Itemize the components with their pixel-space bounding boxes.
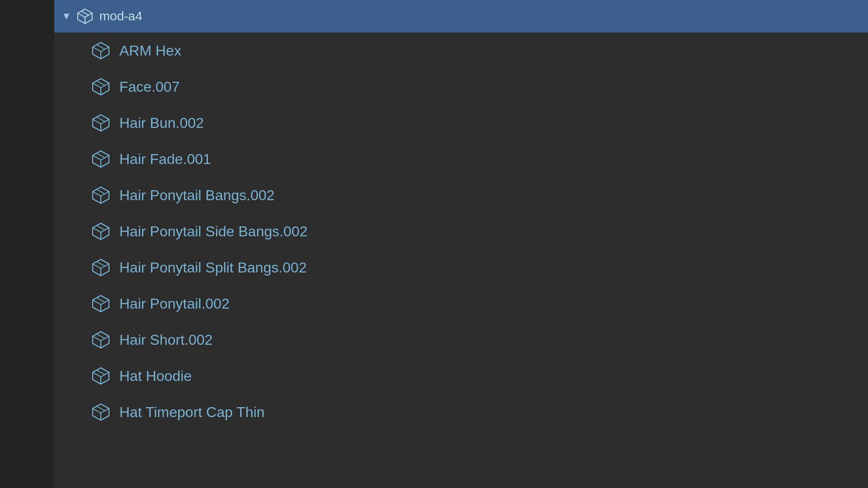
svg-line-9 [97,45,105,49]
svg-line-1 [78,13,85,17]
item-label-hair-ponytail-split-bangs-002: Hair Ponytail Split Bangs.002 [119,259,307,276]
list-item[interactable]: Hair Fade.001 [54,141,868,177]
svg-line-41 [93,300,101,305]
item-label-hair-fade-001: Hair Fade.001 [119,151,211,168]
svg-line-34 [97,225,105,230]
selected-item-row[interactable]: ▼ mod-a4 [54,0,868,33]
mesh-icon [90,40,111,61]
mesh-icon [90,113,111,133]
svg-line-21 [93,155,101,160]
list-item[interactable]: Hair Ponytail Split Bangs.002 [54,249,868,286]
mesh-icon [90,329,111,350]
left-sidebar [0,0,54,488]
svg-line-19 [97,117,105,122]
svg-line-26 [93,192,101,196]
svg-line-31 [93,228,101,232]
svg-line-6 [93,47,101,52]
svg-line-14 [97,81,105,85]
list-item[interactable]: Hair Ponytail Side Bangs.002 [54,213,868,249]
item-label-hair-ponytail-side-bangs-002: Hair Ponytail Side Bangs.002 [119,223,307,240]
item-label-hair-short-002: Hair Short.002 [119,332,212,348]
expand-arrow[interactable]: ▼ [61,10,71,22]
mesh-icon [90,76,111,97]
item-label-arm-hex: ARM Hex [119,42,181,59]
list-item[interactable]: Hair Ponytail Bangs.002 [54,177,868,213]
mesh-icon [90,221,111,242]
mesh-icon [90,149,111,169]
svg-line-39 [97,262,105,266]
mesh-icon [90,257,111,278]
svg-line-51 [93,372,101,377]
item-label-hat-hoodie: Hat Hoodie [119,368,192,385]
list-item[interactable]: Hair Bun.002 [54,105,868,141]
list-item[interactable]: ARM Hex [54,33,868,69]
mesh-icon [90,366,111,386]
svg-line-11 [93,83,101,88]
svg-line-44 [97,298,105,302]
svg-line-59 [97,406,105,411]
svg-line-49 [97,334,105,338]
svg-line-54 [97,370,105,375]
svg-line-16 [93,119,101,124]
svg-line-46 [93,336,101,341]
list-item[interactable]: Face.007 [54,69,868,105]
item-label-hair-ponytail-002: Hair Ponytail.002 [119,296,230,312]
mod-a4-title: mod-a4 [99,9,142,23]
svg-line-4 [81,11,89,15]
mesh-icon [90,185,111,206]
svg-line-56 [93,408,101,413]
list-item[interactable]: Hair Ponytail.002 [54,286,868,322]
item-label-hat-timeport-cap-thin: Hat Timeport Cap Thin [119,404,264,421]
outliner-panel: ▼ mod-a4 ARM Hex Face.007 [54,0,868,488]
list-item[interactable]: Hat Timeport Cap Thin [54,394,868,430]
svg-line-36 [93,264,101,268]
package-icon [76,7,94,25]
svg-line-24 [97,153,105,158]
svg-line-29 [97,189,105,194]
item-label-hair-ponytail-bangs-002: Hair Ponytail Bangs.002 [119,187,274,204]
item-label-face-007: Face.007 [119,79,179,95]
list-item[interactable]: Hair Short.002 [54,322,868,358]
mesh-icon [90,402,111,422]
mesh-icon [90,293,111,314]
item-label-hair-bun-002: Hair Bun.002 [119,115,204,131]
list-item[interactable]: Hat Hoodie [54,358,868,394]
